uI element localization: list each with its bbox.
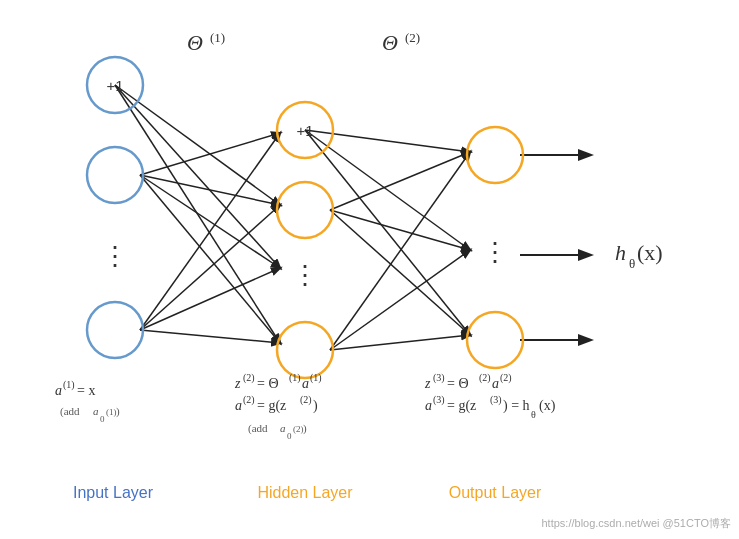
svg-text:h: h: [615, 240, 626, 265]
svg-text:(3): (3): [433, 372, 445, 384]
svg-text:a: a: [492, 376, 499, 391]
svg-text:θ: θ: [629, 256, 635, 271]
svg-text:= Θ: = Θ: [257, 376, 279, 391]
svg-text:⋮: ⋮: [292, 260, 318, 290]
svg-text:Θ: Θ: [187, 30, 203, 55]
svg-text:θ: θ: [531, 409, 536, 420]
svg-text:⋮: ⋮: [482, 237, 508, 267]
svg-text:z: z: [424, 376, 431, 391]
svg-text:(x): (x): [637, 240, 663, 265]
svg-text:+1: +1: [106, 77, 123, 94]
svg-text:(1): (1): [106, 407, 117, 417]
svg-text:0: 0: [100, 414, 105, 424]
svg-text:(1): (1): [310, 372, 322, 384]
svg-text:⋮: ⋮: [102, 241, 128, 271]
svg-text:(2): (2): [300, 394, 312, 406]
svg-text:= g(z: = g(z: [447, 398, 476, 414]
svg-text:) = h: ) = h: [503, 398, 530, 414]
svg-text:Θ: Θ: [382, 30, 398, 55]
svg-text:a: a: [425, 398, 432, 413]
svg-text:0: 0: [287, 431, 292, 441]
input-layer-label: Input Layer: [73, 484, 154, 501]
svg-text:(1): (1): [63, 379, 75, 391]
svg-text:a: a: [235, 398, 242, 413]
svg-text:(add: (add: [248, 422, 268, 435]
svg-text:a: a: [93, 405, 99, 417]
output-layer-label: Output Layer: [449, 484, 542, 501]
svg-text:= Θ: = Θ: [447, 376, 469, 391]
svg-text:(2): (2): [243, 394, 255, 406]
svg-text:a: a: [302, 376, 309, 391]
svg-text:): ): [303, 422, 307, 435]
svg-text:a: a: [280, 422, 286, 434]
svg-text:= x: = x: [77, 383, 95, 398]
network-svg: +1 ⋮ +1 ⋮ ⋮ Θ (1) Θ (2) h θ (x): [0, 0, 739, 539]
svg-text:(add: (add: [60, 405, 80, 418]
svg-text:(3): (3): [433, 394, 445, 406]
svg-text:= g(z: = g(z: [257, 398, 286, 414]
svg-text:(2): (2): [243, 372, 255, 384]
svg-text:z: z: [234, 376, 241, 391]
svg-text:(2): (2): [405, 30, 420, 45]
svg-text:(2): (2): [293, 424, 304, 434]
neural-network-diagram: +1 ⋮ +1 ⋮ ⋮ Θ (1) Θ (2) h θ (x): [0, 0, 739, 539]
svg-text:): ): [116, 405, 120, 418]
svg-text:+1: +1: [296, 122, 313, 139]
svg-text:(3): (3): [490, 394, 502, 406]
svg-text:(1): (1): [289, 372, 301, 384]
svg-text:): ): [313, 398, 318, 414]
svg-text:(1): (1): [210, 30, 225, 45]
watermark: https://blog.csdn.net/wei @51CTO博客: [542, 516, 732, 531]
svg-text:a: a: [55, 383, 62, 398]
svg-text:(2): (2): [479, 372, 491, 384]
svg-text:(x): (x): [539, 398, 556, 414]
svg-text:(2): (2): [500, 372, 512, 384]
hidden-layer-label: Hidden Layer: [257, 484, 353, 501]
